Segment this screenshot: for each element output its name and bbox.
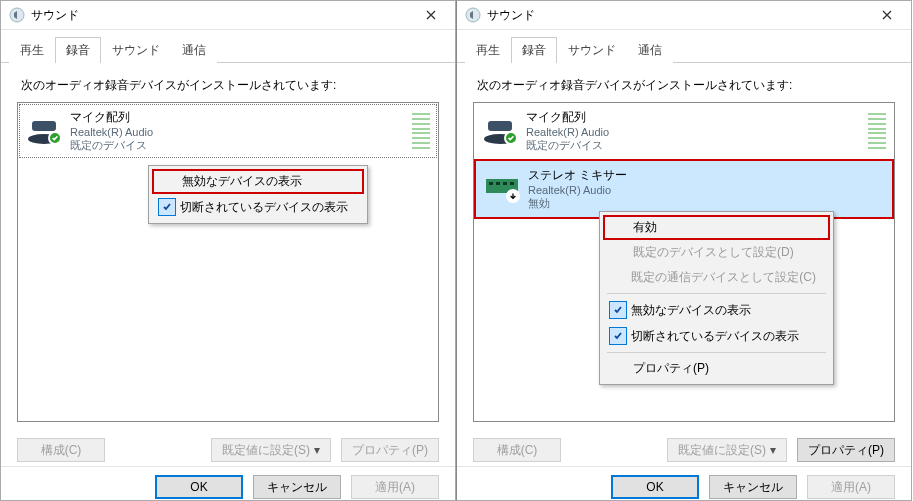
disabled-arrow-icon (506, 189, 520, 203)
svg-rect-8 (496, 182, 500, 185)
default-check-icon (504, 131, 518, 145)
tab-playback[interactable]: 再生 (465, 37, 511, 63)
close-button[interactable] (411, 1, 451, 29)
set-default-button: 既定値に設定(S)▾ (211, 438, 331, 462)
sound-icon (465, 7, 481, 23)
svg-rect-5 (488, 121, 512, 131)
ctx-set-default: 既定のデバイスとして設定(D) (603, 240, 830, 265)
device-status: 無効 (528, 196, 884, 211)
list-buttons: 構成(C) 既定値に設定(S)▾ プロパティ(P) (457, 430, 911, 466)
dialog-footer: OK キャンセル 適用(A) (457, 466, 911, 501)
ctx-label: 既定のデバイスとして設定(D) (633, 244, 794, 261)
properties-button[interactable]: プロパティ(P) (797, 438, 895, 462)
device-row-mic[interactable]: マイク配列 Realtek(R) Audio 既定のデバイス (474, 103, 894, 159)
device-text: マイク配列 Realtek(R) Audio 既定のデバイス (70, 109, 406, 153)
default-check-icon (48, 131, 62, 145)
apply-button: 適用(A) (807, 475, 895, 499)
ctx-label: プロパティ(P) (633, 360, 709, 377)
cancel-button[interactable]: キャンセル (253, 475, 341, 499)
tab-playback[interactable]: 再生 (9, 37, 55, 63)
spacer (609, 361, 629, 377)
list-buttons: 構成(C) 既定値に設定(S)▾ プロパティ(P) (1, 430, 455, 466)
context-menu: 有効 既定のデバイスとして設定(D) 既定の通信デバイスとして設定(C) 無効な… (599, 211, 834, 385)
ctx-show-disconnected[interactable]: 切断されているデバイスの表示 (603, 323, 830, 349)
ctx-show-disabled[interactable]: 無効なデバイスの表示 (603, 297, 830, 323)
device-name: マイク配列 (526, 109, 862, 126)
spacer (158, 174, 178, 190)
device-row-stereo-mixer[interactable]: ステレオ ミキサー Realtek(R) Audio 無効 (474, 159, 894, 219)
ctx-set-default-comm: 既定の通信デバイスとして設定(C) (603, 265, 830, 290)
tab-recording[interactable]: 録音 (511, 37, 557, 63)
ctx-show-disabled[interactable]: 無効なデバイスの表示 (152, 169, 364, 194)
device-row-mic[interactable]: マイク配列 Realtek(R) Audio 既定のデバイス (18, 103, 438, 159)
tabstrip: 再生 録音 サウンド 通信 (457, 30, 911, 63)
separator (607, 293, 826, 294)
titlebar[interactable]: サウンド (1, 1, 455, 30)
tab-recording[interactable]: 録音 (55, 37, 101, 63)
spacer (609, 220, 629, 236)
device-text: ステレオ ミキサー Realtek(R) Audio 無効 (528, 167, 884, 211)
ctx-label: 切断されているデバイスの表示 (631, 328, 799, 345)
context-menu: 無効なデバイスの表示 切断されているデバイスの表示 (148, 165, 368, 224)
stereo-mixer-icon (484, 175, 520, 203)
device-driver: Realtek(R) Audio (526, 126, 862, 138)
ctx-label: 既定の通信デバイスとして設定(C) (631, 269, 816, 286)
window-title: サウンド (31, 7, 411, 24)
ok-button[interactable]: OK (155, 475, 243, 499)
svg-rect-10 (510, 182, 514, 185)
titlebar[interactable]: サウンド (457, 1, 911, 30)
separator (607, 352, 826, 353)
dialog-footer: OK キャンセル 適用(A) (1, 466, 455, 501)
properties-button: プロパティ(P) (341, 438, 439, 462)
tab-body: 次のオーディオ録音デバイスがインストールされています: マイク配列 Realte… (457, 63, 911, 430)
device-list[interactable]: マイク配列 Realtek(R) Audio 既定のデバイス ステレオ ミキサー (473, 102, 895, 422)
mic-array-icon (482, 117, 518, 145)
svg-rect-9 (503, 182, 507, 185)
check-icon (609, 301, 627, 319)
device-driver: Realtek(R) Audio (70, 126, 406, 138)
tab-sound[interactable]: サウンド (557, 37, 627, 63)
tabstrip: 再生 録音 サウンド 通信 (1, 30, 455, 63)
ok-button[interactable]: OK (611, 475, 699, 499)
level-meter (412, 113, 430, 149)
device-status: 既定のデバイス (70, 138, 406, 153)
sound-icon (9, 7, 25, 23)
sound-dialog-right: サウンド 再生 録音 サウンド 通信 次のオーディオ録音デバイスがインストールさ… (456, 0, 912, 501)
device-name: ステレオ ミキサー (528, 167, 884, 184)
spacer (609, 245, 629, 261)
device-status: 既定のデバイス (526, 138, 862, 153)
tab-comm[interactable]: 通信 (171, 37, 217, 63)
ctx-properties[interactable]: プロパティ(P) (603, 356, 830, 381)
tab-body: 次のオーディオ録音デバイスがインストールされています: マイク配列 Realte… (1, 63, 455, 430)
sound-dialog-left: サウンド 再生 録音 サウンド 通信 次のオーディオ録音デバイスがインストールさ… (0, 0, 456, 501)
tab-sound[interactable]: サウンド (101, 37, 171, 63)
ctx-label: 無効なデバイスの表示 (631, 302, 751, 319)
cancel-button[interactable]: キャンセル (709, 475, 797, 499)
configure-button: 構成(C) (473, 438, 561, 462)
close-button[interactable] (867, 1, 907, 29)
check-icon (158, 198, 176, 216)
ctx-enable[interactable]: 有効 (603, 215, 830, 240)
svg-rect-2 (32, 121, 56, 131)
instruction-text: 次のオーディオ録音デバイスがインストールされています: (21, 77, 439, 94)
set-default-button: 既定値に設定(S)▾ (667, 438, 787, 462)
tab-comm[interactable]: 通信 (627, 37, 673, 63)
window-title: サウンド (487, 7, 867, 24)
configure-button: 構成(C) (17, 438, 105, 462)
device-name: マイク配列 (70, 109, 406, 126)
chevron-down-icon: ▾ (314, 443, 320, 457)
svg-rect-7 (489, 182, 493, 185)
device-text: マイク配列 Realtek(R) Audio 既定のデバイス (526, 109, 862, 153)
check-icon (609, 327, 627, 345)
ctx-show-disconnected[interactable]: 切断されているデバイスの表示 (152, 194, 364, 220)
level-meter (868, 113, 886, 149)
ctx-label: 有効 (633, 219, 657, 236)
device-list[interactable]: マイク配列 Realtek(R) Audio 既定のデバイス 無効なデバイスの表… (17, 102, 439, 422)
spacer (609, 270, 627, 286)
instruction-text: 次のオーディオ録音デバイスがインストールされています: (477, 77, 895, 94)
chevron-down-icon: ▾ (770, 443, 776, 457)
mic-array-icon (26, 117, 62, 145)
ctx-label: 切断されているデバイスの表示 (180, 199, 348, 216)
apply-button: 適用(A) (351, 475, 439, 499)
ctx-label: 無効なデバイスの表示 (182, 173, 302, 190)
